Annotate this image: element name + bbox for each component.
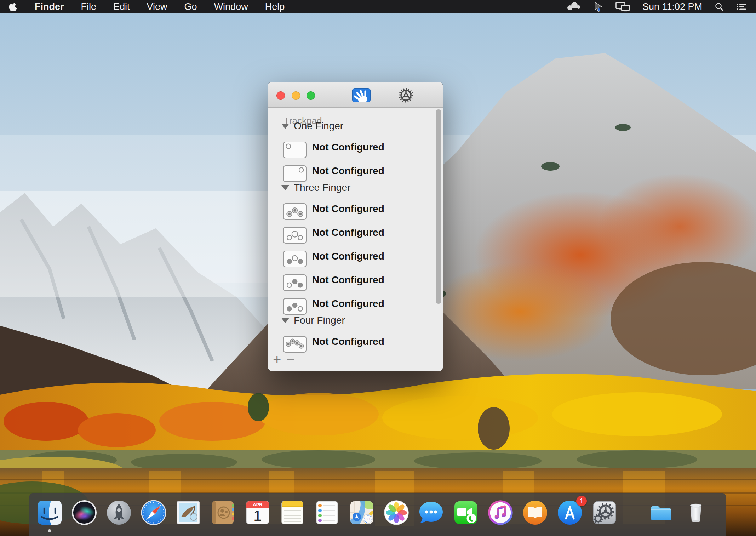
menu-item-go[interactable]: Go — [176, 1, 206, 12]
ibooks-icon — [521, 498, 549, 527]
dock-item-calendar[interactable]: APR 1 — [244, 498, 272, 527]
finder-icon — [35, 498, 64, 527]
gesture-row[interactable]: Not Configured — [268, 142, 443, 162]
add-gesture-button[interactable]: + — [273, 353, 281, 367]
four-finger-press-all-icon — [283, 336, 307, 353]
messages-icon — [417, 498, 445, 527]
remove-gesture-button[interactable]: − — [286, 353, 294, 367]
dock-item-ibooks[interactable] — [521, 498, 549, 527]
dock-item-messages[interactable] — [417, 498, 445, 527]
zoom-button[interactable] — [307, 91, 315, 100]
trash-icon — [682, 498, 710, 527]
scrollbar-thumb[interactable] — [436, 109, 441, 304]
svg-text:APR: APR — [253, 502, 263, 507]
spotlight-search-icon[interactable] — [714, 0, 724, 13]
gesture-action-label: Not Configured — [312, 336, 384, 347]
three-finger-fill-touch-fill-icon — [283, 251, 307, 267]
dock-item-itunes[interactable] — [486, 498, 515, 527]
system-preferences-icon — [590, 498, 619, 527]
notes-icon — [278, 498, 307, 527]
dock-item-trash[interactable] — [682, 498, 710, 527]
gesture-row[interactable]: Not Configured — [268, 227, 443, 247]
three-finger-touch-fill-fill-icon — [283, 274, 307, 291]
dock-divider — [631, 498, 631, 530]
three-finger-press-press-press-icon — [283, 203, 307, 220]
display-mirroring-icon[interactable] — [615, 0, 630, 13]
disclosure-triangle-icon — [281, 318, 289, 323]
section-label: Three Finger — [294, 182, 350, 193]
three-finger-fill-fill-touch-icon — [283, 298, 307, 315]
dock-item-reminders[interactable] — [313, 498, 341, 527]
menu-items: FileEditViewGoWindowHelp — [73, 1, 293, 12]
apple-icon — [9, 2, 18, 12]
itunes-icon — [486, 498, 515, 527]
mail-icon — [174, 498, 202, 527]
minimize-button[interactable] — [292, 91, 300, 100]
menu-bar: Finder FileEditViewGoWindowHelp Sun 11:0… — [0, 0, 756, 13]
one-finger-tap-top-right-icon — [283, 165, 307, 182]
dock-item-siri[interactable] — [70, 498, 98, 527]
toolbar-divider — [384, 84, 384, 106]
dock-item-finder[interactable] — [35, 498, 64, 527]
window-titlebar[interactable] — [268, 82, 443, 108]
three-finger-touch-touch-touch-icon — [283, 227, 307, 244]
menu-item-window[interactable]: Window — [206, 1, 257, 12]
notification-center-icon[interactable] — [736, 0, 747, 13]
dock: APR 1 3D 1 — [29, 493, 726, 536]
dock-item-facetime[interactable] — [452, 498, 480, 527]
gesture-action-label: Not Configured — [312, 142, 384, 153]
toolbar-tab-trackpad[interactable] — [352, 88, 371, 102]
finder-running-indicator — [48, 529, 51, 532]
gesture-row[interactable]: Not Configured — [268, 203, 443, 224]
apple-menu[interactable] — [0, 0, 26, 13]
menu-item-edit[interactable]: Edit — [105, 1, 138, 12]
gesture-action-label: Not Configured — [312, 251, 384, 262]
gesture-config-window: Trackpad One FingerNot ConfiguredNot Con… — [268, 82, 443, 371]
dock-item-notes[interactable] — [278, 498, 307, 527]
section-label: One Finger — [294, 120, 343, 132]
dock-item-mail[interactable] — [174, 498, 202, 527]
disclosure-triangle-icon — [281, 124, 289, 129]
menu-item-file[interactable]: File — [73, 1, 105, 12]
dock-item-launchpad[interactable] — [105, 498, 133, 527]
close-button[interactable] — [276, 91, 285, 100]
gear-icon — [397, 87, 414, 104]
gesture-row[interactable]: Not Configured — [268, 251, 443, 271]
maps-icon: 3D — [348, 498, 376, 527]
gesture-row[interactable]: Not Configured — [268, 274, 443, 295]
gesture-action-label: Not Configured — [312, 298, 384, 309]
bettertouchtool-icon[interactable] — [567, 0, 581, 13]
launchpad-icon — [105, 498, 133, 527]
menu-item-help[interactable]: Help — [257, 1, 293, 12]
svg-text:3D: 3D — [366, 517, 370, 521]
dock-item-photos[interactable] — [382, 498, 411, 527]
dock-item-app-store[interactable]: 1 — [556, 498, 584, 527]
gesture-action-label: Not Configured — [312, 165, 384, 177]
dock-item-safari[interactable] — [139, 498, 168, 527]
menu-bar-clock[interactable]: Sun 11:02 PM — [642, 1, 702, 12]
menu-item-view[interactable]: View — [138, 1, 176, 12]
disclosure-triangle-icon — [281, 185, 289, 190]
section-header-three-finger[interactable]: Three Finger — [281, 182, 350, 193]
calendar-icon: APR 1 — [244, 498, 272, 527]
dock-item-system-preferences[interactable] — [590, 498, 619, 527]
pointer-icon[interactable] — [593, 0, 603, 13]
menu-bar-right: Sun 11:02 PM — [567, 0, 756, 13]
facetime-icon — [452, 498, 480, 527]
one-finger-tap-top-left-icon — [283, 142, 307, 158]
gesture-list: Trackpad One FingerNot ConfiguredNot Con… — [268, 108, 443, 371]
dock-item-maps[interactable]: 3D — [348, 498, 376, 527]
dock-item-contacts[interactable] — [209, 498, 237, 527]
toolbar-tab-settings[interactable] — [397, 87, 414, 104]
section-header-one-finger[interactable]: One Finger — [281, 120, 343, 132]
menu-item-app-name[interactable]: Finder — [26, 1, 73, 12]
downloads-folder-icon — [647, 498, 675, 527]
dock-item-downloads-folder[interactable] — [647, 498, 675, 527]
safari-icon — [139, 498, 168, 527]
photos-icon — [382, 498, 411, 527]
app-store-badge: 1 — [576, 496, 587, 506]
siri-icon — [70, 498, 98, 527]
section-header-four-finger[interactable]: Four Finger — [281, 315, 345, 326]
window-footer: + − — [268, 355, 443, 371]
menu-bar-left: Finder FileEditViewGoWindowHelp — [0, 0, 293, 13]
